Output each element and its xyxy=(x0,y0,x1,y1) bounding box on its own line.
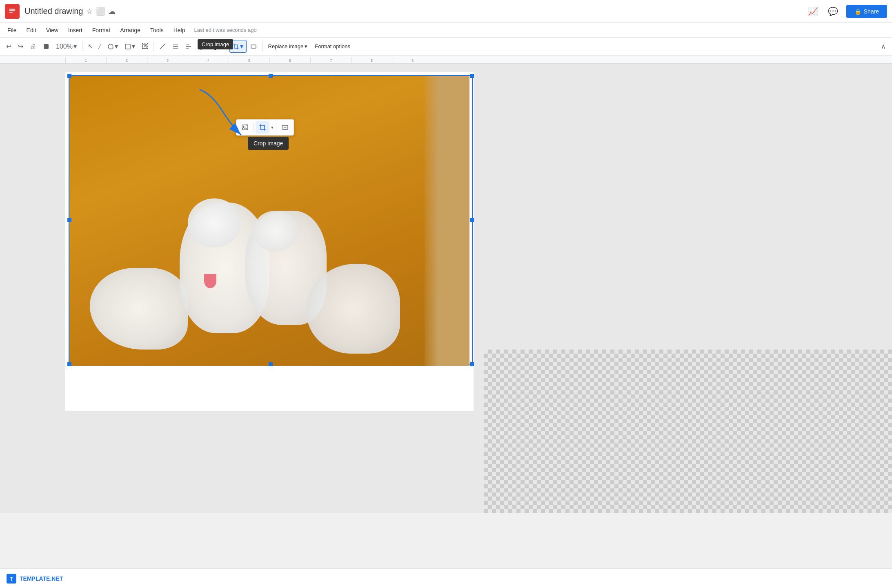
handle-middle-right[interactable] xyxy=(470,218,474,222)
shape-dropdown-icon: ▾ xyxy=(115,42,118,50)
align-button[interactable] xyxy=(169,41,182,52)
text-box-button[interactable]: ▾ xyxy=(122,40,138,52)
image-button[interactable]: 🖼 xyxy=(139,41,151,52)
line-tool-button[interactable] xyxy=(156,41,169,52)
template-logo: T TEMPLATE.NET xyxy=(7,574,63,584)
ruler: 1 2 3 4 5 6 7 8 9 xyxy=(0,56,892,64)
chat-icon[interactable]: 💬 xyxy=(826,5,840,18)
svg-text:T: T xyxy=(10,576,13,582)
ctx-crop-button[interactable] xyxy=(256,121,269,134)
ruler-marks: 1 2 3 4 5 6 7 8 9 xyxy=(65,58,433,63)
align2-button[interactable] xyxy=(182,41,195,52)
checkerboard-pattern xyxy=(484,350,892,513)
handle-top-middle[interactable] xyxy=(269,74,273,78)
svg-point-2 xyxy=(108,44,113,49)
line-button[interactable]: ∕ xyxy=(97,41,104,52)
title-bar: Untitled drawing ☆ ⬜ ☁ 📈 💬 🔒 Share xyxy=(0,0,892,23)
handle-top-right[interactable] xyxy=(470,74,474,78)
menu-view[interactable]: View xyxy=(42,25,62,35)
ruler-mark-7: 7 xyxy=(310,58,351,63)
menu-bar: File Edit View Insert Format Arrange Too… xyxy=(0,23,892,38)
folder-icon[interactable]: ⬜ xyxy=(96,7,105,16)
toolbar: Crop image ↩ ↪ 🖨 100% ▾ ↖ ∕ ▾ ▾ 🖼 🔗 💬 ▾ xyxy=(0,38,892,56)
last-edit-text: Last edit was seconds ago xyxy=(194,27,256,33)
bottom-bar: T TEMPLATE.NET xyxy=(0,568,892,588)
replace-image-button[interactable]: Replace image ▾ xyxy=(265,41,311,51)
svg-point-13 xyxy=(243,126,245,127)
shape-button[interactable]: ▾ xyxy=(105,40,121,52)
menu-arrange[interactable]: Arrange xyxy=(116,25,145,35)
ruler-mark-2: 2 xyxy=(106,58,147,63)
menu-edit[interactable]: Edit xyxy=(22,25,40,35)
svg-line-4 xyxy=(160,44,165,49)
ruler-mark-3: 3 xyxy=(147,58,188,63)
ruler-mark-8: 8 xyxy=(351,58,392,63)
menu-tools[interactable]: Tools xyxy=(146,25,168,35)
print-button[interactable]: 🖨 xyxy=(27,41,39,52)
ctx-sep-2 xyxy=(276,123,276,131)
handle-bottom-middle[interactable] xyxy=(269,362,273,366)
undo-button[interactable]: ↩ xyxy=(3,40,14,52)
menu-help[interactable]: Help xyxy=(169,25,189,35)
share-button[interactable]: 🔒 Share xyxy=(846,5,887,18)
menu-file[interactable]: File xyxy=(3,25,21,35)
crop-tooltip-main: Crop image xyxy=(198,39,233,49)
share-lock-icon: 🔒 xyxy=(854,8,861,15)
canvas-area: ▾ Crop image xyxy=(0,64,892,513)
replace-image-dropdown-icon: ▾ xyxy=(305,43,307,49)
trend-icon[interactable]: 📈 xyxy=(806,5,820,18)
zoom-dropdown-icon: ▾ xyxy=(73,42,77,50)
ctx-sep-1 xyxy=(254,123,254,131)
ruler-mark-6: 6 xyxy=(269,58,310,63)
svg-rect-11 xyxy=(251,45,256,48)
crop-image-popup: Crop image xyxy=(248,137,289,150)
ctx-mask-button[interactable] xyxy=(278,121,292,134)
cloud-icon[interactable]: ☁ xyxy=(108,7,116,16)
redo-button[interactable]: ↪ xyxy=(15,40,26,52)
svg-rect-3 xyxy=(125,44,130,49)
ctx-crop-dropdown[interactable]: ▾ xyxy=(270,122,274,133)
title-right: 📈 💬 🔒 Share xyxy=(806,5,887,18)
select-button[interactable]: ↖ xyxy=(85,40,96,52)
handle-bottom-right[interactable] xyxy=(470,362,474,366)
handle-top-left[interactable] xyxy=(67,74,71,78)
title-icons: ☆ ⬜ ☁ xyxy=(86,7,116,16)
toolbar-sep-2 xyxy=(153,42,154,51)
crop-dropdown-icon: ▾ xyxy=(240,42,243,50)
paint-button[interactable] xyxy=(40,41,52,52)
handle-middle-left[interactable] xyxy=(67,218,71,222)
ctx-insert-image-button[interactable] xyxy=(238,121,252,134)
image-selection-border xyxy=(69,75,473,365)
mask-button[interactable] xyxy=(247,41,260,52)
context-toolbar: ▾ Crop image xyxy=(236,119,294,136)
ruler-mark-5: 5 xyxy=(229,58,269,63)
ruler-mark-9: 9 xyxy=(392,58,433,63)
collapse-toolbar-button[interactable]: ∧ xyxy=(878,40,889,52)
svg-rect-1 xyxy=(44,44,49,49)
handle-bottom-left[interactable] xyxy=(67,362,71,366)
ruler-mark-4: 4 xyxy=(188,58,229,63)
format-options-button[interactable]: Format options xyxy=(311,41,354,51)
toolbar-sep-4 xyxy=(262,42,262,51)
ruler-mark-1: 1 xyxy=(65,58,106,63)
menu-format[interactable]: Format xyxy=(88,25,114,35)
toolbar-sep-1 xyxy=(82,42,82,51)
app-icon xyxy=(5,4,20,19)
svg-rect-0 xyxy=(8,7,17,16)
doc-title[interactable]: Untitled drawing xyxy=(24,7,83,16)
star-icon[interactable]: ☆ xyxy=(86,7,93,16)
menu-insert[interactable]: Insert xyxy=(64,25,87,35)
zoom-button[interactable]: 100% ▾ xyxy=(53,40,80,52)
